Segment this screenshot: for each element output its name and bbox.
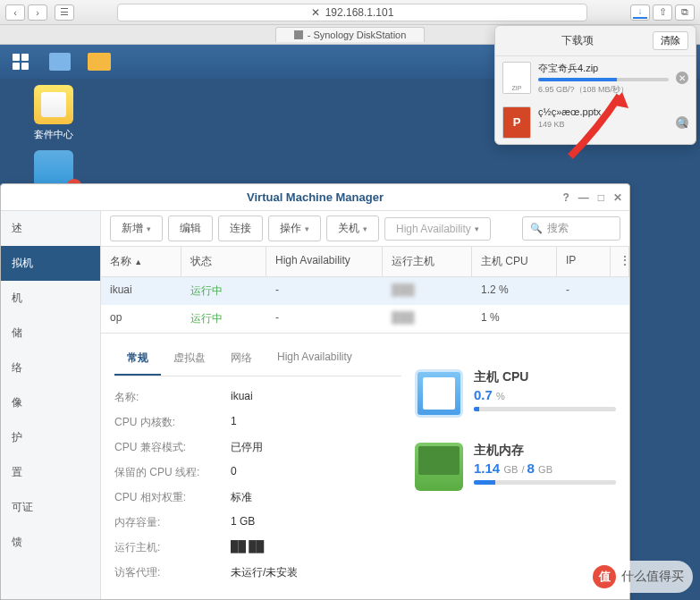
annotation-arrow xyxy=(561,85,642,165)
detail-tabs: 常规虚拟盘网络High Availability xyxy=(114,342,401,376)
reveal-button[interactable]: 🔍 xyxy=(676,116,688,129)
sidebar-item[interactable]: 机 xyxy=(1,281,100,316)
col-name[interactable]: 名称 ▲ xyxy=(101,247,181,276)
maximize-button[interactable]: □ xyxy=(598,191,604,204)
sidebar-item[interactable]: 络 xyxy=(1,351,100,385)
ram-stat: 主机内存 1.14 GB / 8 GB xyxy=(415,443,616,491)
control-panel-button[interactable] xyxy=(46,50,73,73)
property-row: 内存容量:1 GB xyxy=(114,515,401,530)
detail-tab[interactable]: 虚拟盘 xyxy=(161,342,218,376)
ha-button[interactable]: High Availability xyxy=(384,217,491,241)
sidebar-item[interactable]: 储 xyxy=(1,316,100,351)
sidebar-item[interactable]: 置 xyxy=(1,455,100,490)
close-button[interactable]: ✕ xyxy=(613,191,622,204)
downloads-button[interactable]: ↓ xyxy=(630,4,650,21)
connect-button[interactable]: 连接 xyxy=(218,215,263,241)
property-row: CPU 相对权重:标准 xyxy=(114,490,401,505)
cpu-icon xyxy=(415,369,463,418)
detail-tab[interactable]: 网络 xyxy=(218,342,265,376)
power-button[interactable]: 关机 xyxy=(326,215,379,241)
ram-icon xyxy=(415,443,463,491)
share-button[interactable]: ⇧ xyxy=(653,4,672,21)
sidebar-item[interactable]: 护 xyxy=(1,420,100,455)
tab-favicon xyxy=(294,30,303,39)
forward-button[interactable]: › xyxy=(28,4,47,21)
detail-tab[interactable]: 常规 xyxy=(114,342,161,376)
sidebar-item[interactable]: 述 xyxy=(1,211,100,246)
vmm-sidebar: 述拟机机储络像护置可证馈 xyxy=(1,211,101,599)
property-row: 名称:ikuai xyxy=(114,390,401,405)
property-row: CPU 兼容模式:已停用 xyxy=(114,440,401,455)
vmm-window: Virtual Machine Manager ? — □ ✕ 述拟机机储络像护… xyxy=(0,183,630,600)
tabs-button[interactable]: ⧉ xyxy=(675,4,695,21)
back-button[interactable]: ‹ xyxy=(5,4,25,21)
zip-icon: ZIP xyxy=(502,62,531,94)
property-row: CPU 内核数:1 xyxy=(114,415,401,430)
file-station-button[interactable] xyxy=(86,50,113,73)
progress-bar xyxy=(538,78,669,81)
detail-tab[interactable]: High Availability xyxy=(265,342,365,376)
col-ip[interactable]: IP xyxy=(557,247,611,276)
main-menu-button[interactable] xyxy=(7,50,34,73)
sidebar-item[interactable]: 拟机 xyxy=(1,246,100,281)
cancel-download-button[interactable]: ✕ xyxy=(676,72,688,84)
minimize-button[interactable]: — xyxy=(578,191,589,204)
property-row: 保留的 CPU 线程:0 xyxy=(114,465,401,480)
downloads-title: 下载项 xyxy=(502,33,653,48)
table-row[interactable]: ikuai运行中-███1.2 %- xyxy=(101,277,629,305)
sidebar-item[interactable]: 可证 xyxy=(1,490,100,525)
url-bar[interactable]: ✕192.168.1.101 xyxy=(117,4,587,21)
help-button[interactable]: ? xyxy=(562,191,569,204)
watermark: 值什么值得买 xyxy=(584,561,693,593)
browser-toolbar: ‹ › ☰ ✕192.168.1.101 ↓ ⇧ ⧉ xyxy=(0,0,700,25)
clear-downloads-button[interactable]: 清除 xyxy=(653,31,688,50)
operation-button[interactable]: 操作 xyxy=(268,215,321,241)
property-row: 访客代理:未运行/未安装 xyxy=(114,565,401,580)
property-row: 运行主机:██ ██ xyxy=(114,540,401,555)
edit-button[interactable]: 编辑 xyxy=(168,215,213,241)
vmm-toolbar: 新增 编辑 连接 操作 关机 High Availability 搜索 xyxy=(101,211,629,247)
add-button[interactable]: 新增 xyxy=(110,215,163,241)
col-host[interactable]: 运行主机 xyxy=(383,247,472,276)
sidebar-button[interactable]: ☰ xyxy=(55,4,74,21)
table-row[interactable]: op运行中-███1 % xyxy=(101,305,629,333)
sidebar-item[interactable]: 馈 xyxy=(1,525,100,560)
col-status[interactable]: 状态 xyxy=(181,247,266,276)
search-input[interactable]: 搜索 xyxy=(522,216,620,241)
col-ha[interactable]: High Availability xyxy=(266,247,383,276)
browser-tab[interactable]: - Synology DiskStation xyxy=(275,27,426,42)
col-cpu[interactable]: 主机 CPU xyxy=(472,247,557,276)
vm-table: 名称 ▲ 状态 High Availability 运行主机 主机 CPU IP… xyxy=(101,247,629,334)
window-title: Virtual Machine Manager ? — □ ✕ xyxy=(1,184,629,211)
col-menu[interactable]: ⋮ xyxy=(611,247,629,276)
ppt-icon: P xyxy=(502,106,531,139)
cpu-stat: 主机 CPU 0.7 % xyxy=(415,369,616,418)
package-center-icon[interactable]: 套件中心 xyxy=(27,85,80,141)
sidebar-item[interactable]: 像 xyxy=(1,385,100,420)
